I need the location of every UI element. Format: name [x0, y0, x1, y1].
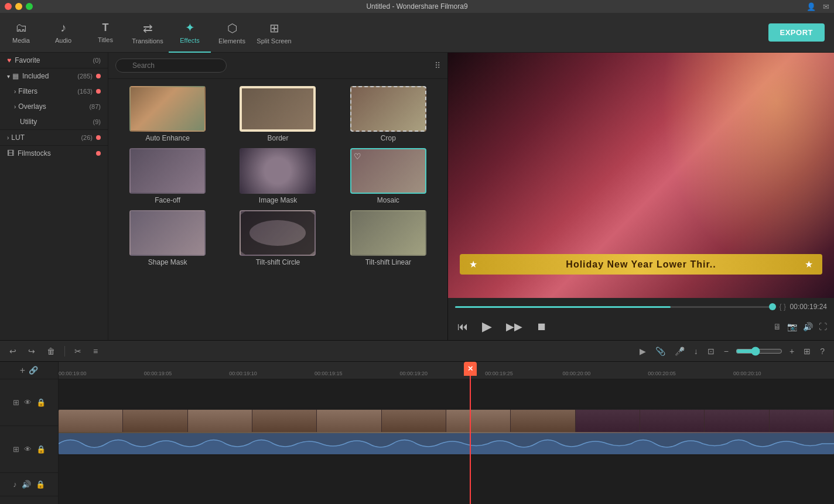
track-row-left-1: ⊞ 👁 🔒	[0, 379, 58, 426]
sidebar-item-included[interactable]: ▾ ▦ Included (285)	[0, 68, 108, 84]
mic-icon[interactable]: 🎤	[672, 345, 687, 357]
link-icon[interactable]: 🔗	[29, 366, 38, 375]
effect-item-crop[interactable]: Crop	[336, 86, 440, 142]
sidebar-item-utility[interactable]: Utility (9)	[0, 114, 108, 129]
toolbar-item-transitions[interactable]: ⇄ Transitions	[127, 13, 169, 53]
track3-vol-icon[interactable]: 🔊	[22, 480, 31, 489]
playhead[interactable]: ✕	[470, 362, 471, 504]
close-button[interactable]	[5, 3, 12, 10]
toolbar-item-audio[interactable]: ♪ Audio	[42, 13, 84, 53]
toolbar-item-effects[interactable]: ✦ Effects	[169, 13, 211, 53]
sidebar-item-filters[interactable]: › Filters (163)	[0, 84, 108, 99]
effect-item-mosaic[interactable]: ♡ Mosaic	[336, 148, 440, 204]
sidebar-item-filmstocks[interactable]: 🎞 Filmstocks	[0, 146, 108, 161]
play-button[interactable]: ▶	[480, 317, 494, 337]
user-icon[interactable]: 👤	[806, 2, 816, 11]
overlays-count: (87)	[89, 103, 101, 110]
splitscreen-label: Split Screen	[257, 37, 291, 44]
titlebar-right-icons: 👤 ✉	[806, 2, 829, 11]
toolbar-item-media[interactable]: 🗂 Media	[0, 13, 42, 53]
track3-lock-icon[interactable]: 🔒	[36, 480, 45, 489]
track2-lock-icon[interactable]: 🔒	[36, 445, 46, 454]
toolbar-item-splitscreen[interactable]: ⊞ Split Screen	[253, 13, 295, 53]
effect-item-tiltshift-circle[interactable]: Tilt-shift Circle	[225, 210, 330, 266]
effect-item-border[interactable]: Border	[225, 86, 330, 142]
plus-icon[interactable]: +	[787, 345, 797, 357]
ruler-tick-2: 00:00:19:10	[229, 371, 257, 376]
lower-third-text: Holiday New Year Lower Thir..	[482, 259, 800, 270]
play-forward-button[interactable]: ▶▶	[504, 318, 525, 335]
lower-third-bar: ★ Holiday New Year Lower Thir.. ★	[460, 254, 822, 275]
add-track-button[interactable]: +	[20, 365, 25, 376]
effect-item-face-off[interactable]: Face-off	[115, 148, 220, 204]
toolbar-item-titles[interactable]: T Titles	[84, 13, 127, 53]
effect-item-shape-mask[interactable]: Shape Mask	[115, 210, 220, 266]
grid-view-icon[interactable]: ⊞	[801, 345, 813, 357]
mail-icon[interactable]: ✉	[823, 2, 829, 11]
search-wrapper: 🔍	[115, 59, 430, 73]
lut-label: LUT	[11, 133, 25, 142]
transitions-icon: ⇄	[143, 21, 153, 35]
frame-12	[770, 410, 834, 432]
redo-button[interactable]: ↪	[26, 345, 37, 357]
minus-icon[interactable]: −	[722, 345, 731, 357]
playhead-pin: ✕	[464, 362, 477, 376]
window-controls[interactable]	[5, 3, 33, 10]
effects-search-bar: 🔍 ⠿	[108, 53, 447, 79]
video-clip-1[interactable]	[59, 410, 834, 454]
filters-chevron-icon: ›	[14, 88, 16, 95]
track-row-left-2: ⊞ 👁 🔒	[0, 426, 58, 473]
stop-button[interactable]: ⏹	[534, 318, 549, 335]
help-icon[interactable]: ?	[818, 345, 827, 357]
favorite-count: (0)	[93, 57, 101, 64]
track1-grid-icon[interactable]: ⊞	[13, 398, 19, 407]
camera-icon[interactable]: 📷	[787, 322, 797, 331]
prev-frame-button[interactable]: ⏮	[455, 318, 470, 335]
export-button[interactable]: EXPORT	[768, 23, 825, 42]
track1-lock-icon[interactable]: 🔒	[36, 398, 46, 407]
lut-chevron-icon: ›	[7, 135, 9, 141]
track2-eye-icon[interactable]: 👁	[24, 445, 32, 454]
sidebar-item-favorite[interactable]: ♥ Favorite (0)	[0, 53, 108, 68]
elements-icon: ⬡	[227, 21, 237, 35]
arrow-icon[interactable]: ↓	[692, 345, 700, 357]
effect-label-border: Border	[267, 134, 288, 142]
timeline-right-tools: ▶ 📎 🎤 ↓ ⊡ − + ⊞ ?	[637, 345, 827, 357]
caption-icon[interactable]: ⊡	[705, 345, 717, 357]
lower-third-star-left: ★	[469, 259, 477, 270]
play-tl-icon[interactable]: ▶	[637, 345, 648, 357]
progress-track[interactable]	[455, 306, 773, 308]
grid-toggle-icon[interactable]: ⠿	[435, 61, 440, 70]
track-audio-2	[59, 455, 834, 479]
delete-button[interactable]: 🗑	[45, 345, 57, 357]
effect-item-image-mask[interactable]: Image Mask	[225, 148, 330, 204]
preview-video-bg: ★ Holiday New Year Lower Thir.. ★	[448, 53, 834, 298]
ruler-marks: 00:00:19:00 00:00:19:05 00:00:19:10 00:0…	[59, 362, 834, 379]
filmstocks-icon: 🎞	[7, 149, 14, 157]
undo-button[interactable]: ↩	[7, 345, 19, 357]
sidebar-item-lut[interactable]: › LUT (26)	[0, 130, 108, 145]
timeline-tracks-right[interactable]: 00:00:19:00 00:00:19:05 00:00:19:10 00:0…	[59, 362, 834, 504]
cut-button[interactable]: ✂	[72, 345, 84, 357]
clip-icon[interactable]: 📎	[653, 345, 668, 357]
effect-item-tiltshift-linear[interactable]: Tilt-shift Linear	[336, 210, 440, 266]
monitor-icon[interactable]: 🖥	[773, 322, 781, 331]
chevron-down-icon: ▾	[7, 73, 10, 80]
toolbar-item-elements[interactable]: ⬡ Elements	[211, 13, 253, 53]
effect-label-tiltshift-circle: Tilt-shift Circle	[256, 258, 300, 266]
volume-icon[interactable]: 🔊	[803, 322, 813, 331]
fullscreen-icon[interactable]: ⛶	[819, 322, 827, 331]
track3-music-icon[interactable]: ♪	[13, 480, 17, 489]
list-button[interactable]: ≡	[91, 345, 100, 357]
track2-grid-icon[interactable]: ⊞	[13, 445, 19, 454]
transitions-label: Transitions	[132, 37, 163, 44]
zoom-slider[interactable]	[736, 347, 782, 356]
minimize-button[interactable]	[15, 3, 22, 10]
sidebar-item-overlays[interactable]: › Overlays (87)	[0, 99, 108, 114]
search-input[interactable]	[115, 59, 227, 73]
toolbar-nav-items: 🗂 Media ♪ Audio T Titles ⇄ Transitions ✦…	[0, 13, 295, 53]
overlays-chevron-icon: ›	[14, 104, 16, 110]
effect-item-auto-enhance[interactable]: Auto Enhance	[115, 86, 220, 142]
track1-eye-icon[interactable]: 👁	[24, 398, 32, 407]
maximize-button[interactable]	[26, 3, 33, 10]
